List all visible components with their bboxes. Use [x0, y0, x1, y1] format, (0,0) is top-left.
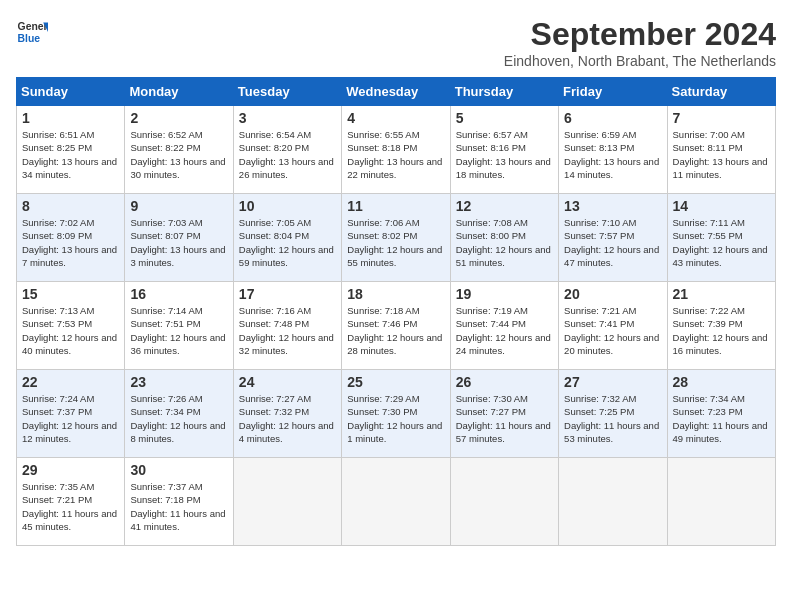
calendar-cell: 25 Sunrise: 7:29 AM Sunset: 7:30 PM Dayl… — [342, 370, 450, 458]
calendar-cell: 13 Sunrise: 7:10 AM Sunset: 7:57 PM Dayl… — [559, 194, 667, 282]
day-number: 20 — [564, 286, 661, 302]
calendar-cell: 4 Sunrise: 6:55 AM Sunset: 8:18 PM Dayli… — [342, 106, 450, 194]
day-number: 14 — [673, 198, 770, 214]
calendar-cell: 15 Sunrise: 7:13 AM Sunset: 7:53 PM Dayl… — [17, 282, 125, 370]
day-info: Sunrise: 7:27 AM Sunset: 7:32 PM Dayligh… — [239, 392, 336, 445]
day-number: 9 — [130, 198, 227, 214]
calendar-cell: 11 Sunrise: 7:06 AM Sunset: 8:02 PM Dayl… — [342, 194, 450, 282]
calendar-cell: 20 Sunrise: 7:21 AM Sunset: 7:41 PM Dayl… — [559, 282, 667, 370]
calendar-cell: 2 Sunrise: 6:52 AM Sunset: 8:22 PM Dayli… — [125, 106, 233, 194]
day-number: 2 — [130, 110, 227, 126]
day-number: 24 — [239, 374, 336, 390]
day-number: 12 — [456, 198, 553, 214]
day-number: 21 — [673, 286, 770, 302]
calendar-cell: 29 Sunrise: 7:35 AM Sunset: 7:21 PM Dayl… — [17, 458, 125, 546]
calendar-cell: 26 Sunrise: 7:30 AM Sunset: 7:27 PM Dayl… — [450, 370, 558, 458]
day-number: 13 — [564, 198, 661, 214]
svg-text:General: General — [18, 21, 48, 32]
calendar-week-1: 1 Sunrise: 6:51 AM Sunset: 8:25 PM Dayli… — [17, 106, 776, 194]
day-header-wednesday: Wednesday — [342, 78, 450, 106]
calendar-header: SundayMondayTuesdayWednesdayThursdayFrid… — [17, 78, 776, 106]
day-number: 6 — [564, 110, 661, 126]
day-number: 17 — [239, 286, 336, 302]
day-info: Sunrise: 7:34 AM Sunset: 7:23 PM Dayligh… — [673, 392, 770, 445]
day-info: Sunrise: 7:13 AM Sunset: 7:53 PM Dayligh… — [22, 304, 119, 357]
day-number: 27 — [564, 374, 661, 390]
day-info: Sunrise: 6:52 AM Sunset: 8:22 PM Dayligh… — [130, 128, 227, 181]
day-number: 10 — [239, 198, 336, 214]
day-header-saturday: Saturday — [667, 78, 775, 106]
svg-text:Blue: Blue — [18, 33, 41, 44]
day-info: Sunrise: 7:30 AM Sunset: 7:27 PM Dayligh… — [456, 392, 553, 445]
header: General Blue September 2024 Eindhoven, N… — [16, 16, 776, 69]
calendar-cell: 9 Sunrise: 7:03 AM Sunset: 8:07 PM Dayli… — [125, 194, 233, 282]
day-info: Sunrise: 7:11 AM Sunset: 7:55 PM Dayligh… — [673, 216, 770, 269]
day-info: Sunrise: 7:16 AM Sunset: 7:48 PM Dayligh… — [239, 304, 336, 357]
calendar-cell: 28 Sunrise: 7:34 AM Sunset: 7:23 PM Dayl… — [667, 370, 775, 458]
calendar-week-3: 15 Sunrise: 7:13 AM Sunset: 7:53 PM Dayl… — [17, 282, 776, 370]
day-info: Sunrise: 7:05 AM Sunset: 8:04 PM Dayligh… — [239, 216, 336, 269]
day-header-sunday: Sunday — [17, 78, 125, 106]
day-number: 29 — [22, 462, 119, 478]
day-info: Sunrise: 7:19 AM Sunset: 7:44 PM Dayligh… — [456, 304, 553, 357]
calendar-cell: 10 Sunrise: 7:05 AM Sunset: 8:04 PM Dayl… — [233, 194, 341, 282]
day-info: Sunrise: 6:55 AM Sunset: 8:18 PM Dayligh… — [347, 128, 444, 181]
calendar-cell: 18 Sunrise: 7:18 AM Sunset: 7:46 PM Dayl… — [342, 282, 450, 370]
day-number: 4 — [347, 110, 444, 126]
day-info: Sunrise: 6:51 AM Sunset: 8:25 PM Dayligh… — [22, 128, 119, 181]
calendar-week-2: 8 Sunrise: 7:02 AM Sunset: 8:09 PM Dayli… — [17, 194, 776, 282]
calendar-cell: 16 Sunrise: 7:14 AM Sunset: 7:51 PM Dayl… — [125, 282, 233, 370]
calendar-cell: 3 Sunrise: 6:54 AM Sunset: 8:20 PM Dayli… — [233, 106, 341, 194]
calendar-cell — [342, 458, 450, 546]
calendar-table: SundayMondayTuesdayWednesdayThursdayFrid… — [16, 77, 776, 546]
day-number: 8 — [22, 198, 119, 214]
logo: General Blue — [16, 16, 48, 48]
calendar-week-5: 29 Sunrise: 7:35 AM Sunset: 7:21 PM Dayl… — [17, 458, 776, 546]
day-info: Sunrise: 7:03 AM Sunset: 8:07 PM Dayligh… — [130, 216, 227, 269]
day-number: 18 — [347, 286, 444, 302]
calendar-cell: 8 Sunrise: 7:02 AM Sunset: 8:09 PM Dayli… — [17, 194, 125, 282]
day-header-thursday: Thursday — [450, 78, 558, 106]
day-number: 11 — [347, 198, 444, 214]
calendar-cell: 14 Sunrise: 7:11 AM Sunset: 7:55 PM Dayl… — [667, 194, 775, 282]
calendar-cell: 22 Sunrise: 7:24 AM Sunset: 7:37 PM Dayl… — [17, 370, 125, 458]
calendar-cell: 27 Sunrise: 7:32 AM Sunset: 7:25 PM Dayl… — [559, 370, 667, 458]
calendar-cell: 17 Sunrise: 7:16 AM Sunset: 7:48 PM Dayl… — [233, 282, 341, 370]
day-info: Sunrise: 7:37 AM Sunset: 7:18 PM Dayligh… — [130, 480, 227, 533]
day-number: 22 — [22, 374, 119, 390]
calendar-cell — [233, 458, 341, 546]
calendar-cell: 21 Sunrise: 7:22 AM Sunset: 7:39 PM Dayl… — [667, 282, 775, 370]
calendar-cell: 30 Sunrise: 7:37 AM Sunset: 7:18 PM Dayl… — [125, 458, 233, 546]
day-header-monday: Monday — [125, 78, 233, 106]
day-number: 25 — [347, 374, 444, 390]
calendar-cell — [559, 458, 667, 546]
calendar-cell: 12 Sunrise: 7:08 AM Sunset: 8:00 PM Dayl… — [450, 194, 558, 282]
day-header-friday: Friday — [559, 78, 667, 106]
day-number: 3 — [239, 110, 336, 126]
title-area: September 2024 Eindhoven, North Brabant,… — [504, 16, 776, 69]
day-info: Sunrise: 7:06 AM Sunset: 8:02 PM Dayligh… — [347, 216, 444, 269]
day-info: Sunrise: 7:02 AM Sunset: 8:09 PM Dayligh… — [22, 216, 119, 269]
calendar-cell: 1 Sunrise: 6:51 AM Sunset: 8:25 PM Dayli… — [17, 106, 125, 194]
calendar-cell: 5 Sunrise: 6:57 AM Sunset: 8:16 PM Dayli… — [450, 106, 558, 194]
day-number: 16 — [130, 286, 227, 302]
calendar-cell: 24 Sunrise: 7:27 AM Sunset: 7:32 PM Dayl… — [233, 370, 341, 458]
day-info: Sunrise: 6:54 AM Sunset: 8:20 PM Dayligh… — [239, 128, 336, 181]
calendar-cell: 7 Sunrise: 7:00 AM Sunset: 8:11 PM Dayli… — [667, 106, 775, 194]
day-number: 28 — [673, 374, 770, 390]
calendar-cell: 23 Sunrise: 7:26 AM Sunset: 7:34 PM Dayl… — [125, 370, 233, 458]
day-info: Sunrise: 7:14 AM Sunset: 7:51 PM Dayligh… — [130, 304, 227, 357]
day-number: 7 — [673, 110, 770, 126]
day-info: Sunrise: 7:32 AM Sunset: 7:25 PM Dayligh… — [564, 392, 661, 445]
day-info: Sunrise: 7:24 AM Sunset: 7:37 PM Dayligh… — [22, 392, 119, 445]
day-number: 1 — [22, 110, 119, 126]
day-info: Sunrise: 7:10 AM Sunset: 7:57 PM Dayligh… — [564, 216, 661, 269]
day-info: Sunrise: 7:08 AM Sunset: 8:00 PM Dayligh… — [456, 216, 553, 269]
day-info: Sunrise: 7:22 AM Sunset: 7:39 PM Dayligh… — [673, 304, 770, 357]
calendar-cell: 19 Sunrise: 7:19 AM Sunset: 7:44 PM Dayl… — [450, 282, 558, 370]
day-number: 15 — [22, 286, 119, 302]
calendar-cell: 6 Sunrise: 6:59 AM Sunset: 8:13 PM Dayli… — [559, 106, 667, 194]
day-info: Sunrise: 6:57 AM Sunset: 8:16 PM Dayligh… — [456, 128, 553, 181]
calendar-week-4: 22 Sunrise: 7:24 AM Sunset: 7:37 PM Dayl… — [17, 370, 776, 458]
day-info: Sunrise: 7:29 AM Sunset: 7:30 PM Dayligh… — [347, 392, 444, 445]
